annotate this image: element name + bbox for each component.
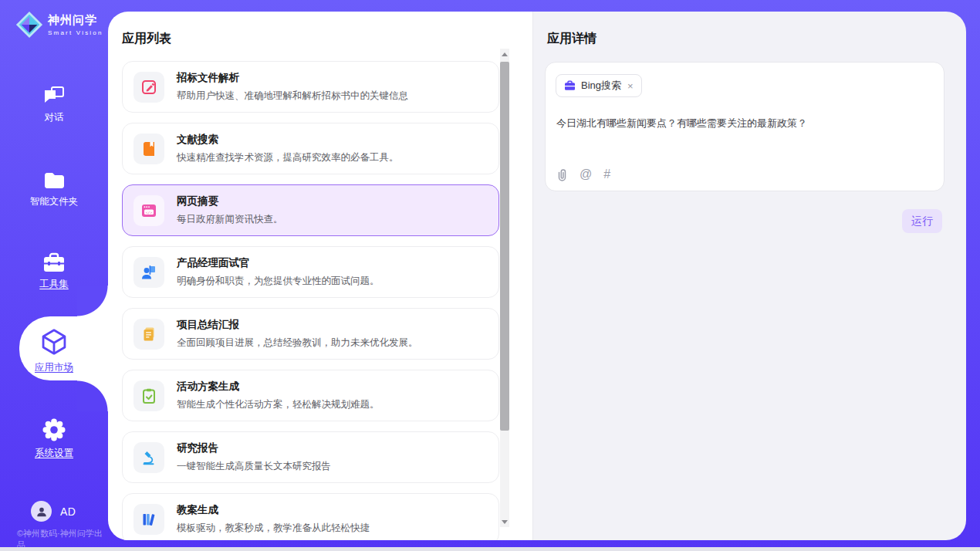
question-text-input[interactable]: 今日湖北有哪些新闻要点？有哪些需要关注的最新政策？ — [556, 117, 927, 130]
tool-tag-label: Bing搜索 — [581, 79, 621, 93]
active-tab-curve-top — [77, 286, 108, 316]
prompt-input-card[interactable]: Bing搜索 × 今日湖北有哪些新闻要点？有哪些需要关注的最新政策？ @ # — [545, 62, 945, 191]
app-card-desc: 每日政府新闻资讯快查。 — [177, 213, 283, 226]
report-doc-icon — [140, 326, 157, 343]
app-card-desc: 模板驱动，教案秒成，教学准备从此轻松快捷 — [177, 522, 370, 535]
app-card-desc: 帮助用户快速、准确地理解和解析招标书中的关键信息 — [177, 90, 408, 103]
app-card-title: 网页摘要 — [177, 194, 283, 208]
app-card-title: 教案生成 — [177, 503, 370, 517]
person-icon — [35, 505, 48, 518]
sidebar-item-smart-folder[interactable]: 智能文件夹 — [0, 171, 108, 208]
user-initials: AD — [60, 505, 76, 518]
sidebar-item-label: 应用市场 — [0, 361, 108, 374]
tag-close-icon[interactable]: × — [627, 81, 634, 91]
folder-icon — [42, 171, 66, 191]
app-card-title: 产品经理面试官 — [177, 256, 380, 270]
app-card-bid-analysis[interactable]: 招标文件解析 帮助用户快速、准确地理解和解析招标书中的关键信息 — [122, 61, 499, 113]
web-code-icon: </> — [140, 202, 157, 219]
interviewer-icon — [140, 264, 157, 281]
app-card-title: 项目总结汇报 — [177, 318, 418, 332]
app-list-panel: 应用列表 招标文件解析 帮助用户快速、准确地理解和解析招标书中的关键信息 文献搜… — [108, 12, 532, 540]
app-card-desc: 明确身份和职责，为您提供专业性的面试问题。 — [177, 275, 380, 288]
app-detail-panel: 应用详情 Bing搜索 × 今日湖北有哪些新闻要点？有哪些需要关注的最新政策？ … — [532, 12, 966, 540]
app-card-desc: 全面回顾项目进展，总结经验教训，助力未来优化发展。 — [177, 336, 418, 350]
scroll-up-button[interactable] — [500, 49, 509, 59]
sidebar: 神州问学 Smart Vision 对话 智能文件夹 工具集 — [0, 0, 108, 551]
app-card-web-summary[interactable]: </> 网页摘要 每日政府新闻资讯快查。 — [122, 184, 499, 236]
microscope-icon — [140, 449, 157, 466]
sidebar-item-label: 对话 — [0, 111, 108, 124]
mention-icon[interactable]: @ — [580, 167, 592, 181]
sidebar-item-chat[interactable]: 对话 — [0, 85, 108, 124]
app-card-desc: 智能生成个性化活动方案，轻松解决规划难题。 — [177, 398, 380, 411]
chat-icon — [42, 85, 66, 106]
doc-edit-icon — [140, 79, 157, 96]
app-card-title: 活动方案生成 — [177, 380, 380, 394]
brand-diamond-icon — [15, 10, 44, 39]
book-icon — [140, 140, 157, 157]
hashtag-icon[interactable]: # — [603, 167, 610, 181]
window-bottom-edge — [0, 547, 980, 551]
sidebar-item-label: 系统设置 — [0, 447, 108, 460]
app-logo: 神州问学 Smart Vision — [15, 10, 103, 39]
tool-tag-bing-search[interactable]: Bing搜索 × — [556, 74, 642, 97]
scrollbar-thumb[interactable] — [500, 62, 509, 431]
app-card-event-plan[interactable]: 活动方案生成 智能生成个性化活动方案，轻松解决规划难题。 — [122, 370, 499, 421]
app-list-title: 应用列表 — [122, 31, 171, 47]
sidebar-item-label: 智能文件夹 — [0, 195, 108, 208]
svg-text:</>: </> — [146, 210, 153, 214]
sidebar-item-app-market[interactable]: 应用市场 — [0, 327, 108, 374]
app-card-research-report[interactable]: 研究报告 一键智能生成高质量长文本研究报告 — [122, 431, 499, 483]
gear-icon — [42, 417, 66, 442]
app-card-literature-search[interactable]: 文献搜索 快速精准查找学术资源，提高研究效率的必备工具。 — [122, 123, 499, 174]
brand-tagline: Smart Vision — [48, 29, 103, 36]
scroll-down-button[interactable] — [500, 516, 509, 527]
user-account[interactable]: AD — [31, 501, 76, 522]
app-card-lesson-plan[interactable]: 教案生成 模板驱动，教案秒成，教学准备从此轻松快捷 — [122, 493, 499, 540]
toolbox-icon — [42, 252, 66, 273]
active-tab-curve-bottom — [77, 380, 108, 411]
app-card-project-summary[interactable]: 项目总结汇报 全面回顾项目进展，总结经验教训，助力未来优化发展。 — [122, 308, 499, 360]
brand-name: 神州问学 — [48, 13, 103, 28]
books-icon — [140, 511, 157, 528]
cube-icon — [40, 327, 68, 357]
list-scrollbar[interactable] — [500, 49, 509, 527]
app-detail-title: 应用详情 — [547, 31, 596, 47]
app-card-desc: 快速精准查找学术资源，提高研究效率的必备工具。 — [177, 151, 399, 164]
clipboard-check-icon — [140, 387, 157, 404]
input-toolbar: @ # — [556, 167, 610, 181]
app-card-desc: 一键智能生成高质量长文本研究报告 — [177, 460, 331, 473]
app-card-title: 研究报告 — [177, 441, 331, 455]
sidebar-item-settings[interactable]: 系统设置 — [0, 417, 108, 460]
app-card-title: 文献搜索 — [177, 133, 399, 147]
app-card-title: 招标文件解析 — [177, 71, 408, 85]
briefcase-icon — [564, 80, 576, 91]
avatar — [31, 501, 52, 522]
run-button[interactable]: 运行 — [902, 209, 942, 233]
attachment-icon[interactable] — [556, 168, 568, 181]
app-card-pm-interviewer[interactable]: 产品经理面试官 明确身份和职责，为您提供专业性的面试问题。 — [122, 246, 499, 298]
